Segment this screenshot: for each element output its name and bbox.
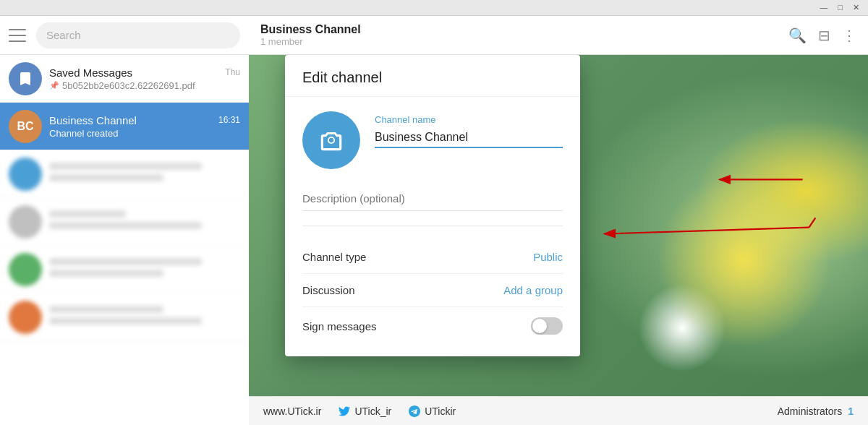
chat-header-sub: 1 member xyxy=(260,36,788,47)
window-controls[interactable]: — □ ✕ xyxy=(817,3,862,12)
avatar-saved xyxy=(9,62,42,95)
setting-label-discussion: Discussion xyxy=(302,284,355,296)
chat-content-saved: Saved Messages Thu 📌 5b052bb2e603c2.6226… xyxy=(49,66,240,91)
search-box[interactable]: Search xyxy=(36,22,240,48)
more-options-icon[interactable]: ⋮ xyxy=(842,27,856,44)
sidebar-list: Saved Messages Thu 📌 5b052bb2e603c2.6226… xyxy=(0,55,249,425)
pin-icon: 📌 xyxy=(49,81,59,90)
description-input[interactable] xyxy=(302,186,563,211)
telegram-icon xyxy=(409,405,420,417)
chat-name-row: Saved Messages Thu xyxy=(49,66,240,79)
setting-row-sign-messages: Sign messages xyxy=(302,307,563,345)
chat-preview-business: Channel created xyxy=(49,128,240,139)
blur-line xyxy=(49,222,202,229)
chat-content-business: Business Channel 16:31 Channel created xyxy=(49,114,240,139)
blur-line xyxy=(49,163,202,170)
blur-line xyxy=(49,270,163,277)
channel-name-field: Channel name xyxy=(375,111,563,148)
footer-bar: www.UTick.ir UTick_ir UTickir Administra… xyxy=(249,396,868,425)
search-placeholder: Search xyxy=(46,29,81,41)
svg-line-4 xyxy=(605,228,809,234)
footer-twitter: UTick_ir xyxy=(339,405,391,417)
sign-messages-toggle[interactable] xyxy=(531,317,563,335)
footer-twitter-handle: UTick_ir xyxy=(354,405,391,417)
avatar-name-section: Channel name xyxy=(302,111,563,169)
modal-title: Edit channel xyxy=(302,69,563,86)
blur-text-2 xyxy=(49,210,240,233)
twitter-icon xyxy=(339,406,350,416)
channel-name-input[interactable] xyxy=(375,128,563,148)
blur-line xyxy=(49,258,202,265)
setting-label-sign-messages: Sign messages xyxy=(302,320,377,332)
chat-header: Business Channel 1 member 🔍 ⊟ ⋮ xyxy=(249,16,868,55)
blur-avatar-2 xyxy=(9,205,42,239)
footer-telegram: UTickir xyxy=(409,405,456,417)
chat-time-saved: Thu xyxy=(225,67,240,77)
admin-label: Administrators xyxy=(778,405,842,417)
blurred-chat-1 xyxy=(0,150,249,198)
footer-url: www.UTick.ir xyxy=(263,405,321,417)
setting-value-channel-type[interactable]: Public xyxy=(533,251,563,263)
avatar-business: BC xyxy=(9,110,42,143)
setting-label-channel-type: Channel type xyxy=(302,251,366,263)
blur-line xyxy=(49,210,126,218)
chat-header-name: Business Channel xyxy=(260,23,788,36)
camera-icon xyxy=(318,126,345,154)
chat-item-business[interactable]: BC Business Channel 16:31 Channel create… xyxy=(0,103,249,150)
blur-text-1 xyxy=(49,163,240,186)
admin-count: 1 xyxy=(848,405,854,417)
blur-avatar-4 xyxy=(9,301,42,334)
blur-text-3 xyxy=(49,258,240,281)
preview-text-business: Channel created xyxy=(49,128,118,139)
blur-line xyxy=(49,174,163,181)
chat-name-row-business: Business Channel 16:31 xyxy=(49,114,240,126)
channel-name-label: Channel name xyxy=(375,114,563,125)
setting-row-discussion: Discussion Add a group xyxy=(302,274,563,307)
blur-line xyxy=(49,317,202,325)
sidebar: Search Saved Messages Thu 📌 xyxy=(0,16,249,425)
chat-name-business: Business Channel xyxy=(49,114,137,126)
modal-body: Channel name xyxy=(285,97,580,241)
setting-value-discussion[interactable]: Add a group xyxy=(503,284,563,296)
window-chrome: — □ ✕ xyxy=(0,0,868,16)
chat-preview-saved: 📌 5b052bb2e603c2.62262691.pdf xyxy=(49,80,240,91)
edit-channel-modal: Edit channel Chann xyxy=(285,55,580,356)
chat-header-info[interactable]: Business Channel 1 member xyxy=(260,23,788,47)
footer-brand: www.UTick.ir UTick_ir UTickir xyxy=(263,405,456,417)
footer-admin: Administrators 1 xyxy=(778,405,854,417)
blurred-chat-2 xyxy=(0,198,249,246)
blur-avatar-3 xyxy=(9,253,42,286)
blur-text-4 xyxy=(49,306,240,329)
channel-avatar-button[interactable] xyxy=(302,111,360,169)
maximize-button[interactable]: □ xyxy=(835,3,846,12)
search-icon[interactable]: 🔍 xyxy=(788,27,807,44)
close-button[interactable]: ✕ xyxy=(850,3,862,12)
main-area: Business Channel 1 member 🔍 ⊟ ⋮ Edit cha… xyxy=(249,16,868,425)
blurred-chat-3 xyxy=(0,246,249,293)
modal-header: Edit channel xyxy=(285,55,580,97)
description-section xyxy=(302,186,563,226)
column-layout-icon[interactable]: ⊟ xyxy=(818,27,830,44)
chat-time-business: 16:31 xyxy=(218,115,240,125)
chat-item-saved[interactable]: Saved Messages Thu 📌 5b052bb2e603c2.6226… xyxy=(0,55,249,103)
modal-backdrop: Edit channel Chann xyxy=(249,55,868,396)
setting-row-channel-type: Channel type Public xyxy=(302,241,563,274)
minimize-button[interactable]: — xyxy=(817,3,830,12)
chat-name-saved: Saved Messages xyxy=(49,66,132,79)
sidebar-header: Search xyxy=(0,16,249,55)
svg-line-3 xyxy=(809,218,815,227)
settings-section: Channel type Public Discussion Add a gro… xyxy=(285,241,580,356)
blur-avatar-1 xyxy=(9,158,42,191)
app-container: Search Saved Messages Thu 📌 xyxy=(0,16,868,425)
blur-line xyxy=(49,306,163,313)
chat-header-actions: 🔍 ⊟ ⋮ xyxy=(788,27,856,44)
blurred-chat-4 xyxy=(0,293,249,341)
footer-telegram-handle: UTickir xyxy=(425,405,456,417)
chat-background: Edit channel Chann xyxy=(249,55,868,396)
hamburger-menu-icon[interactable] xyxy=(9,29,26,42)
preview-text-saved: 5b052bb2e603c2.62262691.pdf xyxy=(62,80,195,91)
